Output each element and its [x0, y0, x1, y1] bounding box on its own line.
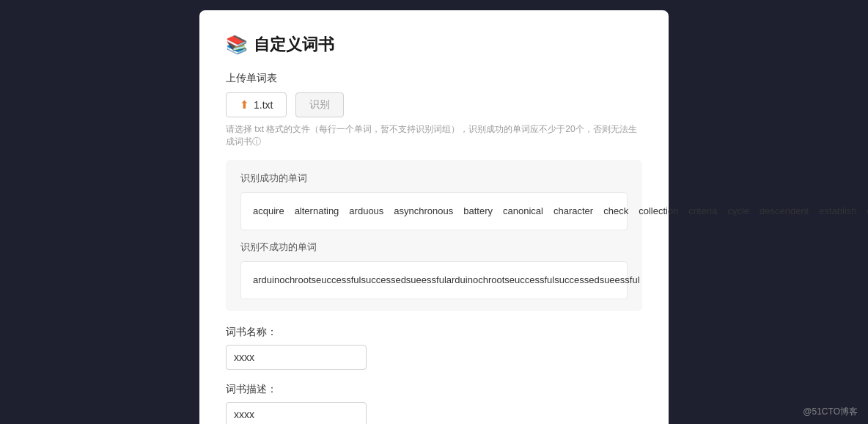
recognized-word: acquire: [253, 205, 284, 216]
name-field-group: 词书名称：: [226, 326, 642, 370]
recognized-section-title: 识别成功的单词: [240, 172, 628, 185]
main-card: 📚 自定义词书 上传单词表 ⬆ 1.txt 识别 请选择 txt 格式的文件（每…: [199, 10, 669, 424]
book-icon: 📚: [226, 34, 248, 55]
recognized-word: battery: [463, 205, 493, 216]
failed-word: chroot: [284, 274, 311, 285]
recognized-word: arduous: [349, 205, 383, 216]
failed-word: seuccessful: [504, 274, 554, 285]
recognized-word: check: [603, 205, 628, 216]
recognized-word: character: [553, 205, 593, 216]
failed-word: chroot: [478, 274, 504, 285]
recognized-word: criteria: [688, 205, 717, 216]
recognized-word: canonical: [503, 205, 543, 216]
failed-words-box: arduinochrootseuccessfulsuccessedsueessf…: [240, 261, 628, 299]
failed-word: successed: [554, 274, 599, 285]
hint-text: 请选择 txt 格式的文件（每行一个单词，暂不支持识别词组），识别成功的单词应不…: [226, 123, 642, 148]
recognized-word: descendent: [760, 205, 809, 216]
identify-button[interactable]: 识别: [295, 92, 344, 117]
page-title: 📚 自定义词书: [226, 34, 642, 56]
failed-section-title: 识别不成功的单词: [240, 241, 628, 254]
recognized-words-box: acquirealternatingarduousasynchronousbat…: [240, 192, 628, 230]
desc-field-label: 词书描述：: [226, 383, 642, 396]
recognized-word: collection: [639, 205, 678, 216]
watermark: @51CTO博客: [803, 406, 858, 418]
upload-arrow-icon: ⬆: [240, 98, 249, 112]
failed-word: arduino: [446, 274, 478, 285]
desc-input[interactable]: [226, 402, 367, 424]
failed-word: sueessful: [406, 274, 446, 285]
upload-row: ⬆ 1.txt 识别: [226, 92, 642, 117]
failed-word: successed: [361, 274, 405, 285]
failed-section: 识别不成功的单词 arduinochrootseuccessfulsuccess…: [240, 241, 628, 299]
page-title-text: 自定义词书: [254, 34, 334, 56]
recognized-word: asynchronous: [394, 205, 453, 216]
upload-section-label: 上传单词表: [226, 72, 642, 85]
name-field-label: 词书名称：: [226, 326, 642, 339]
desc-field-group: 词书描述：: [226, 383, 642, 424]
upload-button[interactable]: ⬆ 1.txt: [226, 92, 287, 117]
failed-word: arduino: [253, 274, 284, 285]
recognized-word: establish: [819, 205, 856, 216]
failed-word: sueessful: [600, 274, 640, 285]
failed-word: seuccessful: [312, 274, 361, 285]
upload-file-name: 1.txt: [254, 99, 273, 111]
result-panel: 识别成功的单词 acquirealternatingarduousasynchr…: [226, 160, 642, 311]
name-input[interactable]: [226, 345, 367, 370]
recognized-word: cycle: [727, 205, 749, 216]
recognized-word: alternating: [295, 205, 339, 216]
